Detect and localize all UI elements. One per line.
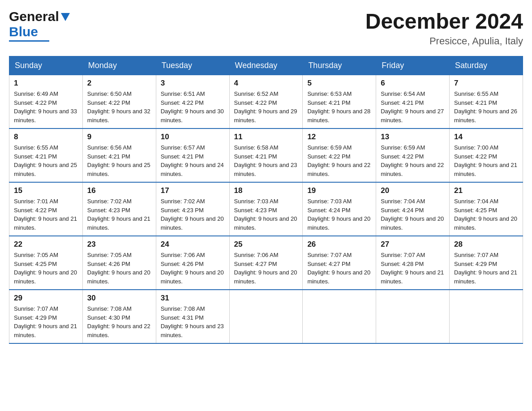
table-row: 20Sunrise: 7:04 AMSunset: 4:24 PMDayligh… — [376, 182, 450, 236]
day-number: 11 — [234, 133, 298, 141]
table-row: 8Sunrise: 6:55 AMSunset: 4:21 PMDaylight… — [9, 128, 83, 182]
day-number: 23 — [87, 240, 151, 249]
table-row: 21Sunrise: 7:04 AMSunset: 4:25 PMDayligh… — [450, 182, 523, 236]
table-row — [229, 290, 303, 343]
day-info: Sunrise: 6:53 AMSunset: 4:21 PMDaylight:… — [307, 90, 371, 124]
day-number: 28 — [454, 240, 518, 249]
day-info: Sunrise: 7:03 AMSunset: 4:24 PMDaylight:… — [307, 197, 371, 232]
day-number: 9 — [87, 133, 151, 141]
day-info: Sunrise: 7:08 AMSunset: 4:30 PMDaylight:… — [87, 304, 151, 339]
calendar-week-row: 29Sunrise: 7:07 AMSunset: 4:29 PMDayligh… — [9, 290, 523, 343]
table-row: 4Sunrise: 6:52 AMSunset: 4:22 PMDaylight… — [229, 75, 303, 129]
page-header: General Blue December 2024 Presicce, Apu… — [9, 9, 523, 47]
day-info: Sunrise: 7:04 AMSunset: 4:25 PMDaylight:… — [454, 197, 518, 232]
day-info: Sunrise: 6:51 AMSunset: 4:22 PMDaylight:… — [161, 90, 225, 124]
calendar-week-row: 1Sunrise: 6:49 AMSunset: 4:22 PMDaylight… — [9, 75, 523, 129]
day-info: Sunrise: 7:01 AMSunset: 4:22 PMDaylight:… — [14, 197, 78, 232]
day-info: Sunrise: 6:52 AMSunset: 4:22 PMDaylight:… — [234, 90, 298, 124]
table-row: 31Sunrise: 7:08 AMSunset: 4:31 PMDayligh… — [156, 290, 229, 343]
logo-arrow-icon — [61, 13, 70, 23]
day-info: Sunrise: 7:06 AMSunset: 4:27 PMDaylight:… — [234, 251, 298, 286]
col-tuesday: Tuesday — [156, 56, 229, 75]
day-info: Sunrise: 7:00 AMSunset: 4:22 PMDaylight:… — [454, 143, 518, 178]
day-info: Sunrise: 7:07 AMSunset: 4:28 PMDaylight:… — [381, 251, 445, 286]
table-row: 3Sunrise: 6:51 AMSunset: 4:22 PMDaylight… — [156, 75, 229, 129]
day-number: 3 — [161, 79, 225, 88]
logo-general-text: General — [9, 9, 59, 24]
table-row: 11Sunrise: 6:58 AMSunset: 4:21 PMDayligh… — [229, 128, 303, 182]
day-info: Sunrise: 7:07 AMSunset: 4:29 PMDaylight:… — [454, 251, 518, 286]
col-wednesday: Wednesday — [229, 56, 303, 75]
calendar-week-row: 15Sunrise: 7:01 AMSunset: 4:22 PMDayligh… — [9, 182, 523, 236]
day-info: Sunrise: 7:07 AMSunset: 4:29 PMDaylight:… — [14, 304, 78, 339]
day-info: Sunrise: 7:05 AMSunset: 4:25 PMDaylight:… — [14, 251, 78, 286]
day-number: 10 — [161, 133, 225, 141]
day-number: 20 — [381, 186, 445, 195]
day-number: 29 — [14, 294, 78, 303]
day-info: Sunrise: 6:58 AMSunset: 4:21 PMDaylight:… — [234, 143, 298, 178]
table-row — [376, 290, 450, 343]
day-info: Sunrise: 7:08 AMSunset: 4:31 PMDaylight:… — [161, 304, 225, 339]
calendar-table: Sunday Monday Tuesday Wednesday Thursday… — [9, 56, 523, 344]
day-number: 2 — [87, 79, 151, 88]
day-number: 4 — [234, 79, 298, 88]
calendar-week-row: 22Sunrise: 7:05 AMSunset: 4:25 PMDayligh… — [9, 236, 523, 290]
day-info: Sunrise: 7:05 AMSunset: 4:26 PMDaylight:… — [87, 251, 151, 286]
day-number: 27 — [381, 240, 445, 249]
table-row: 17Sunrise: 7:02 AMSunset: 4:23 PMDayligh… — [156, 182, 229, 236]
day-number: 15 — [14, 186, 78, 195]
table-row: 16Sunrise: 7:02 AMSunset: 4:23 PMDayligh… — [82, 182, 156, 236]
day-info: Sunrise: 6:54 AMSunset: 4:21 PMDaylight:… — [381, 90, 445, 124]
table-row: 24Sunrise: 7:06 AMSunset: 4:26 PMDayligh… — [156, 236, 229, 290]
table-row: 30Sunrise: 7:08 AMSunset: 4:30 PMDayligh… — [82, 290, 156, 343]
table-row: 13Sunrise: 6:59 AMSunset: 4:22 PMDayligh… — [376, 128, 450, 182]
table-row: 27Sunrise: 7:07 AMSunset: 4:28 PMDayligh… — [376, 236, 450, 290]
table-row: 22Sunrise: 7:05 AMSunset: 4:25 PMDayligh… — [9, 236, 83, 290]
table-row: 15Sunrise: 7:01 AMSunset: 4:22 PMDayligh… — [9, 182, 83, 236]
day-number: 30 — [87, 294, 151, 303]
day-info: Sunrise: 6:55 AMSunset: 4:21 PMDaylight:… — [14, 143, 78, 178]
col-sunday: Sunday — [9, 56, 83, 75]
logo-blue-text: Blue — [9, 24, 38, 39]
day-number: 17 — [161, 186, 225, 195]
day-info: Sunrise: 7:03 AMSunset: 4:23 PMDaylight:… — [234, 197, 298, 232]
table-row: 12Sunrise: 6:59 AMSunset: 4:22 PMDayligh… — [303, 128, 376, 182]
day-info: Sunrise: 6:50 AMSunset: 4:22 PMDaylight:… — [87, 90, 151, 124]
table-row: 25Sunrise: 7:06 AMSunset: 4:27 PMDayligh… — [229, 236, 303, 290]
col-thursday: Thursday — [303, 56, 376, 75]
table-row: 5Sunrise: 6:53 AMSunset: 4:21 PMDaylight… — [303, 75, 376, 129]
day-info: Sunrise: 7:04 AMSunset: 4:24 PMDaylight:… — [381, 197, 445, 232]
day-info: Sunrise: 6:56 AMSunset: 4:21 PMDaylight:… — [87, 143, 151, 178]
calendar-week-row: 8Sunrise: 6:55 AMSunset: 4:21 PMDaylight… — [9, 128, 523, 182]
day-number: 1 — [14, 79, 78, 88]
table-row: 29Sunrise: 7:07 AMSunset: 4:29 PMDayligh… — [9, 290, 83, 343]
day-info: Sunrise: 7:06 AMSunset: 4:26 PMDaylight:… — [161, 251, 225, 286]
table-row: 14Sunrise: 7:00 AMSunset: 4:22 PMDayligh… — [450, 128, 523, 182]
day-info: Sunrise: 7:02 AMSunset: 4:23 PMDaylight:… — [161, 197, 225, 232]
col-saturday: Saturday — [450, 56, 523, 75]
table-row: 7Sunrise: 6:55 AMSunset: 4:21 PMDaylight… — [450, 75, 523, 129]
day-info: Sunrise: 6:59 AMSunset: 4:22 PMDaylight:… — [307, 143, 371, 178]
logo-underline — [9, 40, 49, 42]
col-friday: Friday — [376, 56, 450, 75]
day-number: 5 — [307, 79, 371, 88]
day-number: 7 — [454, 79, 518, 88]
logo: General Blue — [9, 9, 70, 42]
day-info: Sunrise: 6:55 AMSunset: 4:21 PMDaylight:… — [454, 90, 518, 124]
day-number: 14 — [454, 133, 518, 141]
month-title: December 2024 — [365, 9, 523, 34]
table-row: 2Sunrise: 6:50 AMSunset: 4:22 PMDaylight… — [82, 75, 156, 129]
table-row: 19Sunrise: 7:03 AMSunset: 4:24 PMDayligh… — [303, 182, 376, 236]
day-info: Sunrise: 7:07 AMSunset: 4:27 PMDaylight:… — [307, 251, 371, 286]
day-number: 12 — [307, 133, 371, 141]
title-block: December 2024 Presicce, Apulia, Italy — [365, 9, 523, 47]
day-info: Sunrise: 6:57 AMSunset: 4:21 PMDaylight:… — [161, 143, 225, 178]
day-number: 8 — [14, 133, 78, 141]
table-row: 28Sunrise: 7:07 AMSunset: 4:29 PMDayligh… — [450, 236, 523, 290]
table-row: 1Sunrise: 6:49 AMSunset: 4:22 PMDaylight… — [9, 75, 83, 129]
day-number: 24 — [161, 240, 225, 249]
day-number: 6 — [381, 79, 445, 88]
day-info: Sunrise: 6:49 AMSunset: 4:22 PMDaylight:… — [14, 90, 78, 124]
day-number: 19 — [307, 186, 371, 195]
table-row — [450, 290, 523, 343]
